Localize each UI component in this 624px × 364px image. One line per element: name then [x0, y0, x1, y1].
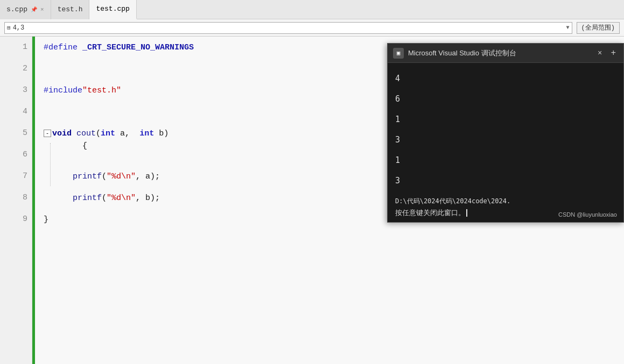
location-bar: ⊞ ▼ (全局范围) — [0, 19, 624, 37]
code-str-1: "%d\n" — [107, 172, 136, 181]
tab-s-cpp-label: s.cpp — [6, 5, 27, 13]
code-define-kw: #define — [44, 43, 78, 52]
line-num-8: 8 — [0, 187, 27, 209]
debug-title-text: Microsoft Visual Studio 调试控制台 — [408, 48, 591, 58]
code-include-str: "test.h" — [82, 86, 121, 95]
debug-output-line-5: 1 — [395, 150, 616, 170]
line-num-1: 1 — [0, 37, 27, 58]
code-param-a: a — [120, 129, 125, 138]
code-printf-2: printf — [73, 194, 102, 203]
tab-test-cpp-label: test.cpp — [96, 5, 129, 13]
line-num-6: 6 — [0, 144, 27, 166]
line-num-4: 4 — [0, 101, 27, 123]
debug-output: 4 6 1 3 1 3 — [388, 63, 623, 196]
tab-s-cpp-close[interactable]: × — [40, 6, 44, 13]
line-num-2: 2 — [0, 58, 27, 80]
scope-label: (全局范围) — [577, 22, 620, 34]
debug-close-button[interactable]: × — [595, 48, 604, 59]
debug-console: ▣ Microsoft Visual Studio 调试控制台 × + 4 6 … — [387, 43, 624, 223]
code-int-kw-1: int — [101, 129, 115, 138]
debug-title-bar: ▣ Microsoft Visual Studio 调试控制台 × + — [388, 44, 623, 63]
line-num-7: 7 — [0, 166, 27, 187]
tab-test-cpp[interactable]: test.cpp — [89, 0, 136, 19]
tab-test-h[interactable]: test.h — [51, 0, 90, 19]
code-printf-1: printf — [73, 172, 102, 181]
debug-output-line-3: 1 — [395, 109, 616, 130]
position-input[interactable] — [13, 24, 566, 32]
debug-output-line-1: 4 — [395, 68, 616, 89]
code-param-b: b — [159, 129, 164, 138]
debug-output-line-4: 3 — [395, 130, 616, 150]
code-macro-name: _CRT_SECURE_NO_WARNINGS — [82, 43, 194, 52]
line-num-5: 5 — [0, 123, 27, 144]
location-dropdown-arrow[interactable]: ▼ — [566, 25, 570, 31]
tab-bar: s.cpp 📌 × test.h test.cpp — [0, 0, 624, 19]
line-num-3: 3 — [0, 80, 27, 101]
debug-output-line-2: 6 — [395, 89, 616, 109]
line-numbers: 1 2 3 4 5 6 7 8 9 — [0, 37, 32, 364]
debug-vs-icon: ▣ — [393, 48, 404, 59]
watermark: CSDN @liuyunluoxiao — [558, 211, 617, 218]
debug-output-line-6: 3 — [395, 170, 616, 191]
code-include-kw: #include — [44, 86, 82, 95]
tab-s-cpp[interactable]: s.cpp 📌 × — [0, 0, 51, 19]
code-str-2: "%d\n" — [107, 194, 136, 203]
tab-test-h-label: test.h — [58, 5, 83, 13]
cursor-blink — [466, 209, 467, 217]
pin-icon: 📌 — [31, 6, 37, 13]
position-input-wrap[interactable]: ⊞ ▼ — [4, 22, 572, 34]
line-num-9: 9 — [0, 209, 27, 230]
position-icon: ⊞ — [7, 24, 11, 31]
debug-path: D:\代码\2024代码\2024code\2024. — [388, 196, 623, 208]
code-int-kw-2: int — [139, 129, 154, 138]
debug-add-button[interactable]: + — [608, 47, 618, 59]
